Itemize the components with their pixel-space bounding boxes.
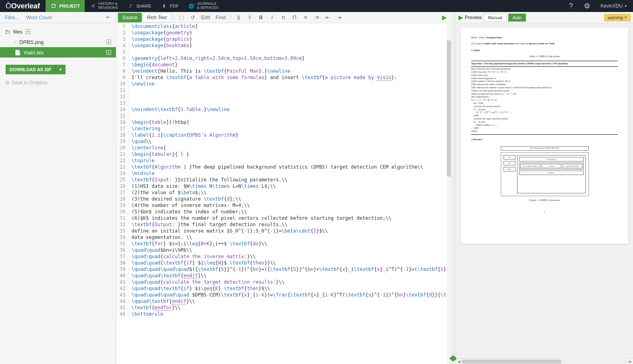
section-button[interactable]: § xyxy=(233,13,244,22)
code-line[interactable]: 41\quad\quad{calculate the target detect… xyxy=(116,279,451,285)
file-row-tex[interactable]: 📄 main.tex ▾ xyxy=(0,47,116,58)
italic-button[interactable]: I xyxy=(267,13,277,22)
code-line[interactable]: 40\quad\quad\textbf{endif}\\ xyxy=(116,273,451,279)
outdent-button[interactable]: ⇤ xyxy=(323,13,333,22)
history-icon[interactable]: ↺ xyxy=(187,13,198,22)
code-line[interactable]: 44\qquad\textbf{endif}\\ xyxy=(116,298,451,304)
code-line[interactable]: 30(5)$bn$ indicates the index of number;… xyxy=(116,209,451,215)
code-editor[interactable]: 1\documentclass{article}2\usepackage{geo… xyxy=(116,23,451,364)
upload-icon[interactable]: ⬚ xyxy=(176,13,187,22)
code-line[interactable]: 22\toprule xyxy=(116,157,451,164)
tex-file-icon: 📄 xyxy=(14,50,21,56)
chevron-down-icon[interactable]: ▾ xyxy=(106,40,111,44)
auto-toggle[interactable]: Auto xyxy=(508,14,526,22)
collapse-sidebar-icon[interactable]: ⇤ xyxy=(106,14,113,21)
settings-button[interactable]: ⚙ xyxy=(579,0,595,12)
code-line[interactable]: 25\textbf{Input: }Initialize the followi… xyxy=(116,177,451,183)
code-line[interactable]: 12 xyxy=(116,93,451,100)
manual-toggle[interactable]: Manual xyxy=(484,14,507,22)
code-line[interactable]: 3\usepackage{graphicx} xyxy=(116,36,451,42)
bold-button[interactable]: B xyxy=(256,13,266,22)
code-line[interactable]: 33define an initial inverse matrix $S_0^… xyxy=(116,228,451,234)
folder-row[interactable]: 🗀 files ▾ xyxy=(0,26,116,37)
find-menu[interactable]: Find xyxy=(213,13,228,22)
code-line[interactable]: 7\begin{document} xyxy=(116,62,451,68)
history-button[interactable]: ↺ HISTORY &REVISIONS xyxy=(85,0,123,12)
share-button[interactable]: ⤴ SHARE xyxy=(123,0,156,12)
file-label: DPBS.png xyxy=(20,39,44,45)
code-line[interactable]: 13 xyxy=(116,100,451,106)
code-line[interactable]: 16\begin{table}[!htbp] xyxy=(116,119,451,125)
code-line[interactable]: 34data segmentation. \\ xyxy=(116,234,451,241)
go-to-source-icon[interactable]: ▶ xyxy=(458,14,463,21)
code-line[interactable]: 2\usepackage{geometry} xyxy=(116,30,451,36)
code-line[interactable]: 19\quad\\ xyxy=(116,138,451,145)
help-button[interactable]: ? xyxy=(563,0,579,12)
code-line[interactable]: 9I'll create \textbf{a table with some f… xyxy=(116,74,451,81)
code-line[interactable]: 26(1)HSI data size: $W\times H\times L=N… xyxy=(116,183,451,189)
display-math-button[interactable]: Π xyxy=(289,13,300,22)
code-line[interactable]: 1\documentclass{article} xyxy=(116,23,451,30)
column-divider[interactable] xyxy=(451,12,456,364)
source-toggle[interactable]: Source xyxy=(118,13,142,22)
code-line[interactable]: 5 xyxy=(116,49,451,55)
pdf-viewer[interactable]: Hello. This is Painful Man. I'll create … xyxy=(456,23,633,358)
code-line[interactable]: 24\midrule xyxy=(116,170,451,177)
code-line[interactable]: 20\centerline{ xyxy=(116,145,451,151)
warning-badge[interactable]: warning▼ xyxy=(604,14,631,21)
code-line[interactable]: 36\quad\quad$bn=i\%M$\\ xyxy=(116,247,451,253)
go-to-preview-icon[interactable]: ▶ xyxy=(440,14,449,21)
gear-icon: ⚙ xyxy=(584,3,590,9)
code-line[interactable]: 43\quad\quad\quad\quad $DPBS-CEM(\textbf… xyxy=(116,292,451,298)
code-line[interactable]: 35\textbf{for} $i=1;i\leq{N+K};i++$ \tex… xyxy=(116,241,451,247)
chevron-down-icon[interactable]: ▾ xyxy=(106,50,111,55)
code-line[interactable]: 37\quad\quad{calculate the inverse matri… xyxy=(116,253,451,260)
code-line[interactable]: 14\noindent\textbf{1.Table.}\newline xyxy=(116,106,451,113)
numbered-list-button[interactable]: ≡ xyxy=(301,13,311,22)
download-zip-button[interactable]: DOWNLOAD AS ZIP xyxy=(6,65,55,74)
share-label: SHARE xyxy=(136,4,151,8)
project-button[interactable]: ❐ PROJECT xyxy=(46,0,85,12)
code-line[interactable]: 11 xyxy=(116,87,451,93)
code-line[interactable]: 17\centering xyxy=(116,125,451,132)
code-line[interactable]: 32\textbf{Output: }the final target dete… xyxy=(116,221,451,228)
file-tree: 🗀 files ▾ ▫ DPBS.png ▾ 📄 main.tex ▾ xyxy=(0,23,116,61)
files-tab[interactable]: Files... xyxy=(2,14,21,21)
code-line[interactable]: 29(4)the number of inverse matrices: M=4… xyxy=(116,202,451,209)
code-line[interactable]: 28(3)the desired signature \textbf{d};\\ xyxy=(116,196,451,202)
user-menu[interactable]: KevinXDU▼ xyxy=(595,0,633,12)
code-line[interactable]: 18\label{1.1}\caption{DPBS's Algorithm} xyxy=(116,132,451,138)
code-line[interactable]: 39\quad\quad\quad\quad$({\textbf{S}}^{-1… xyxy=(116,266,451,273)
help-icon: ? xyxy=(568,3,574,9)
sidebar: Files... Word Count ⇤ 🗀 files ▾ ▫ DPBS.p… xyxy=(0,12,116,364)
inline-math-button[interactable]: π xyxy=(278,13,289,22)
code-line[interactable]: 38\quad\quad{\textbf{if} $i\leq{N}$ \tex… xyxy=(116,260,451,266)
code-line[interactable]: 6\geometry{left=2.54cm,right=2.54cm,top=… xyxy=(116,55,451,62)
edit-menu[interactable]: Edit xyxy=(199,13,212,22)
download-dropdown[interactable]: ▼ xyxy=(55,65,66,74)
preview-hscroll[interactable]: ◀▶ xyxy=(456,358,633,364)
brand-logo[interactable]: ÒOverleaf xyxy=(0,0,46,12)
indent-button[interactable]: ⇥ xyxy=(334,13,344,22)
code-line[interactable]: 21\begin{tabular}{ l } xyxy=(116,151,451,157)
richtext-toggle[interactable]: Rich Text xyxy=(143,13,171,22)
code-line[interactable]: 31(6)$K$ indicates the number of pixel v… xyxy=(116,215,451,221)
code-line[interactable]: 27(2)the value of $\beta$;\\ xyxy=(116,189,451,196)
code-line[interactable]: 42\quad\quad\textbf{if} $i\geq{K} \textb… xyxy=(116,285,451,292)
code-line[interactable]: 8\noindent{Hello. This is \textbf{Painfu… xyxy=(116,68,451,74)
code-line[interactable]: 23\textbf{Algorithm 1 }The deep pipeline… xyxy=(116,164,451,170)
save-dropbox-link[interactable]: ⧉ Save to Dropbox xyxy=(6,80,110,86)
code-line[interactable]: 45\textbf{endfor}\\ xyxy=(116,304,451,311)
code-line[interactable]: 15 xyxy=(116,113,451,119)
chevron-down-icon[interactable]: ▾ xyxy=(26,29,30,34)
code-line[interactable]: 10\newline xyxy=(116,81,451,87)
subsection-button[interactable]: § xyxy=(245,13,255,22)
code-line[interactable]: 4\usepackage{booktabs} xyxy=(116,42,451,49)
pdf-button[interactable]: ⬇ PDF xyxy=(156,0,183,12)
file-row-image[interactable]: ▫ DPBS.png ▾ xyxy=(0,37,116,47)
editor-scrollbar[interactable] xyxy=(447,23,451,364)
bullet-list-button[interactable]: ⁝≡ xyxy=(312,13,322,22)
wordcount-tab[interactable]: Word Count xyxy=(24,14,54,21)
journals-button[interactable]: 🌐 JOURNALS& SERVICES xyxy=(183,0,223,12)
code-line[interactable]: 46\bottomrule xyxy=(116,311,451,317)
